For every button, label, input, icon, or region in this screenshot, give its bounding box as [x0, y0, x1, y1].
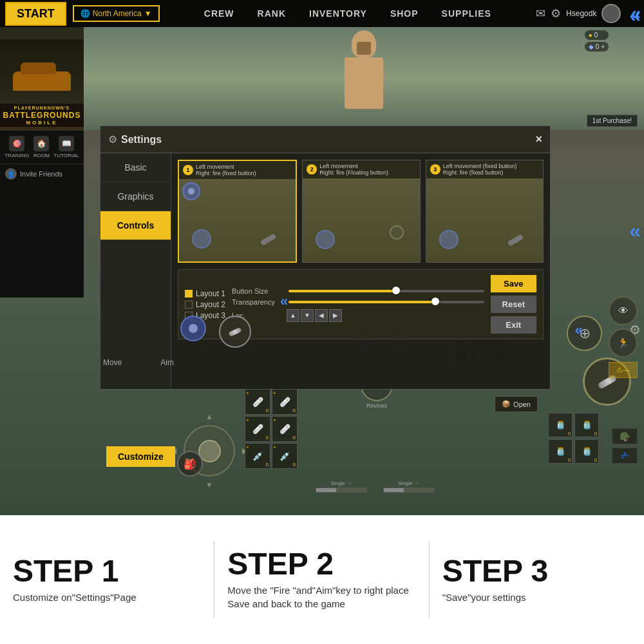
purchase-btn[interactable]: 1st Purchase!	[587, 115, 638, 127]
inv-icon-5: 💉	[252, 451, 263, 461]
inv-slot-6[interactable]: + 💉 0	[272, 443, 298, 469]
aim-label: Aim	[160, 358, 174, 367]
nav-crew[interactable]: CREW	[193, 8, 246, 19]
step-1-desc: Customize on"Settings"Page	[13, 591, 202, 604]
backpack-button[interactable]: 🎒	[177, 451, 203, 477]
layout-card-2[interactable]: 2 Left movement Right: fire (Floating bu…	[302, 160, 420, 263]
tab-graphics[interactable]: Graphics	[100, 182, 171, 211]
right-inv-slot-4[interactable]: 🫙 0	[574, 439, 599, 464]
nav-rank[interactable]: RANK	[246, 8, 298, 19]
character-area: 1st Purchase! ● 0 ◆ 0 +	[84, 27, 644, 130]
layout-card-3-line2: Right: fire (fixed button)	[443, 169, 517, 176]
layout-card-1-header: 1 Left movement Right: fire (fixed butto…	[179, 161, 296, 179]
layout1-joystick-icon	[182, 182, 200, 200]
invite-friends-bar[interactable]: 👤 Invite Friends	[0, 164, 84, 184]
settings-icon[interactable]: ⚙	[551, 6, 561, 21]
layout-card-2-header: 2 Left movement Right: fire (Floating bu…	[303, 160, 419, 178]
username-label: Hsegodk	[566, 9, 596, 18]
layout3-fire-btn	[507, 234, 524, 246]
save-button[interactable]: Save	[491, 275, 536, 292]
button-size-thumb	[392, 287, 400, 294]
open-button[interactable]: 📦 Open	[495, 396, 538, 412]
control-labels: Move Aim	[103, 358, 174, 367]
ammo-track-1	[316, 488, 367, 493]
training-icon: 🎯	[9, 136, 24, 151]
invite-label: Invite Friends	[20, 170, 62, 178]
mail-icon[interactable]: ✉	[536, 6, 545, 21]
inv-plus-4: +	[273, 417, 276, 423]
ammo-mode-2-text: Single	[398, 480, 412, 486]
nav-inventory[interactable]: INVENTORY	[298, 8, 379, 19]
nav-supplies[interactable]: SUPPLIES	[430, 8, 503, 19]
eye-button[interactable]: 👁	[609, 296, 638, 325]
room-icon: 🏠	[33, 136, 49, 151]
loc-down-btn[interactable]: ▼	[301, 309, 314, 322]
inv-slot-3[interactable]: + 🩹 0	[245, 416, 270, 442]
layout-card-3-header: 3 Left movement (fixed button) Right: fi…	[426, 160, 543, 178]
tutorial-btn[interactable]: 📖 TUTORIAL	[53, 136, 79, 158]
step-3-title: STEP 3	[442, 556, 631, 587]
inv-count-4: 0	[293, 435, 296, 440]
loc-row: Loc. ▲ ▼ ◀ ▶	[232, 309, 484, 322]
ammo-bar-2: Single →	[383, 480, 435, 493]
tab-basic[interactable]: Basic	[100, 153, 171, 182]
loc-up-btn[interactable]: ▲	[287, 309, 299, 322]
layout-card-3-desc: Left movement (fixed button) Right: fire…	[443, 163, 517, 176]
transparency-slider[interactable]	[289, 301, 484, 303]
training-btn[interactable]: 🎯 TRAINING	[5, 136, 29, 158]
layout-card-3[interactable]: 3 Left movement (fixed button) Right: fi…	[426, 160, 544, 263]
exit-button[interactable]: Exit	[491, 316, 536, 334]
right-inv-slot-2[interactable]: 🫙 0	[574, 413, 599, 437]
layout-num-3: 3	[430, 164, 440, 175]
button-size-slider[interactable]	[289, 290, 484, 292]
pubg-text2: BATTLEGROUNDS	[1, 111, 82, 120]
right-inventory: 🫙 0 🫙 0 🫙 0 🫙 0	[548, 413, 599, 464]
region-button[interactable]: 🌐 North America ▼	[73, 5, 160, 22]
tab-controls[interactable]: Controls	[100, 211, 171, 240]
right-inv-slot-1[interactable]: 🫙 0	[548, 413, 573, 437]
ammo-track-2	[383, 488, 435, 493]
nav-shop[interactable]: SHOP	[379, 8, 430, 19]
transparency-label: Transparency	[232, 298, 283, 306]
step-3-block: STEP 3 "Save"your settings	[430, 515, 644, 644]
region-text: North America	[93, 9, 142, 18]
layout-selector-1[interactable]: Layout 1	[185, 289, 225, 298]
start-button[interactable]: START	[5, 2, 66, 26]
customize-button[interactable]: Customize	[106, 446, 175, 467]
arrows-controls-overlay: «	[280, 293, 288, 310]
layout-num-2: 2	[307, 164, 317, 175]
loc-left-btn[interactable]: ◀	[315, 309, 328, 322]
run-button[interactable]: 🏃	[609, 328, 638, 357]
layout-card-1-body	[179, 179, 296, 261]
warning-icon: ⚠---	[616, 366, 630, 374]
layout1-joystick	[192, 229, 211, 249]
inv-slot-4[interactable]: + 🩹 0	[272, 416, 298, 442]
inv-slot-2[interactable]: + 🩹 0	[272, 389, 298, 415]
inv-plus-1: +	[246, 390, 249, 396]
ammo-arrow-2: →	[415, 480, 420, 486]
room-btn[interactable]: 🏠 ROOM	[33, 136, 50, 158]
char-head	[352, 30, 376, 57]
button-size-label: Button Size	[232, 287, 283, 295]
layout-selector-2[interactable]: Layout 2	[185, 300, 225, 309]
inv-slot-1[interactable]: + 🩹 0	[245, 389, 270, 415]
reset-button[interactable]: Reset	[491, 296, 536, 313]
layout1-joystick-center	[188, 188, 194, 194]
move-label: Move	[103, 358, 122, 367]
layout-card-1[interactable]: 1 Left movement Right: fire (fixed butto…	[178, 160, 297, 263]
inv-count-1: 0	[266, 408, 269, 413]
inv-slot-5[interactable]: + 💉 0	[245, 443, 270, 469]
settings-title-text: Settings	[121, 134, 162, 146]
aim-button[interactable]: ⊕	[567, 316, 602, 351]
overlay-joystick-left	[180, 316, 206, 341]
prone-btn[interactable]: 💤	[612, 448, 638, 464]
step-3-desc: "Save"your settings	[442, 591, 631, 604]
layout2-floating-btn	[390, 225, 404, 240]
crawl-btn[interactable]: 🪖	[612, 428, 638, 444]
layout-card-3-body	[426, 178, 543, 262]
ri-count-1: 0	[568, 431, 571, 436]
loc-right-btn[interactable]: ▶	[329, 309, 342, 322]
settings-close-button[interactable]: ×	[535, 133, 542, 146]
right-inv-slot-3[interactable]: 🫙 0	[548, 439, 573, 464]
layout-card-1-line1: Left movement	[196, 164, 256, 170]
